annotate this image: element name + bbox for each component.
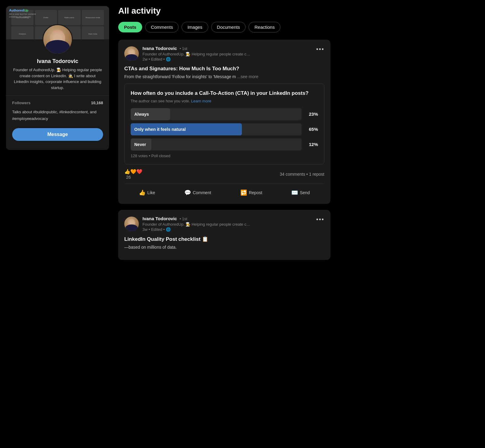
post2-excerpt: —based on millions of data.: [124, 245, 324, 250]
like-label: Like: [147, 190, 155, 195]
followers-count: 10,168: [91, 101, 103, 105]
followers-label: Followers: [12, 101, 31, 105]
post-excerpt: From the straightforward 'Follow for ins…: [124, 74, 324, 79]
post2-title: LinkedIn Quality Post checklist 📋: [124, 236, 324, 242]
post-card-2: Ivana Todorovic • 1st Founder of Authore…: [118, 210, 330, 260]
post2-author-details: Ivana Todorovic • 1st Founder of Authore…: [142, 216, 250, 232]
send-button[interactable]: ✉️ Send: [288, 187, 313, 198]
send-label: Send: [300, 190, 310, 195]
poll-option-natural-pct: 65%: [306, 127, 318, 132]
reaction-emojis-group: 👍🧡❤️ 26: [124, 169, 142, 180]
poll-option-never-pct: 12%: [306, 142, 318, 147]
comment-icon: 💬: [184, 189, 191, 196]
post-header: Ivana Todorovic • 1st Founder of Authore…: [124, 46, 324, 61]
author-name: Ivana Todorovic: [142, 46, 177, 51]
poll-question: How often do you include a Call-To-Actio…: [131, 90, 318, 97]
user-bio: Founder of AuthoredUp. 🧑‍🍳 Helping regul…: [6, 67, 109, 91]
poll-option-natural: Only when it feels natural 65%: [131, 123, 318, 135]
author-details: Ivana Todorovic • 1st Founder of Authore…: [142, 46, 250, 61]
poll-option-never: Never 12%: [131, 138, 318, 151]
post2-author-info: Ivana Todorovic • 1st Founder of Authore…: [124, 216, 250, 232]
repost-button[interactable]: 🔁 Repost: [237, 187, 265, 198]
tab-posts[interactable]: Posts: [118, 22, 142, 32]
post2-author-badge: • 1st: [179, 217, 187, 221]
banner-cell: Dark mode: [82, 26, 104, 39]
divider: [6, 95, 109, 96]
see-more-link[interactable]: ...see more: [236, 74, 258, 79]
comment-button[interactable]: 💬 Comment: [181, 187, 214, 198]
banner-cell: Bullet points: [58, 10, 81, 25]
main-content: All activity Posts Comments Images Docum…: [109, 0, 340, 448]
tab-reactions[interactable]: Reactions: [249, 22, 280, 32]
like-icon: 👍: [139, 189, 146, 196]
banner-cell: Analytics: [11, 26, 34, 39]
action-bar: 👍 Like 💬 Comment 🔁 Repost ✉️ Send: [124, 184, 324, 198]
banner-cell: Drafts: [35, 10, 57, 25]
reaction-emojis: 👍🧡❤️: [124, 169, 142, 174]
like-button[interactable]: 👍 Like: [136, 187, 158, 198]
author-name-row: Ivana Todorovic • 1st: [142, 46, 250, 51]
author-title: Founder of AuthoredUp. 🧑‍🍳 Helping regul…: [142, 52, 250, 56]
hashtags: Talks about #buildinpublic, #linkedincon…: [6, 105, 109, 122]
comment-label: Comment: [193, 190, 211, 195]
repost-label: Repost: [249, 190, 262, 195]
send-icon: ✉️: [291, 189, 298, 196]
followers-row: Followers 10,168: [6, 101, 109, 105]
tab-documents[interactable]: Documents: [211, 22, 246, 32]
post-card-1: Ivana Todorovic • 1st Founder of Authore…: [118, 40, 330, 204]
avatar-container: [42, 24, 73, 55]
post2-header: Ivana Todorovic • 1st Founder of Authore…: [124, 216, 324, 232]
post2-author-name-row: Ivana Todorovic • 1st: [142, 216, 250, 221]
tab-comments[interactable]: Comments: [145, 22, 179, 32]
poll-option-always: Always 23%: [131, 108, 318, 120]
post2-time: 3w • Edited • 🌐: [142, 227, 250, 232]
post-time: 2w • Edited • 🌐: [142, 57, 250, 61]
avatar: [42, 24, 73, 55]
more-options-button[interactable]: •••: [316, 46, 324, 53]
post2-author-name: Ivana Todorovic: [142, 216, 177, 221]
page-title: All activity: [118, 6, 330, 16]
reactions-row: 👍🧡❤️ 26 34 comments • 1 repost: [124, 169, 324, 180]
tabs-bar: Posts Comments Images Documents Reaction…: [118, 22, 330, 32]
message-button[interactable]: Message: [12, 128, 103, 141]
post2-author-title: Founder of AuthoredUp. 🧑‍🍳 Helping regul…: [142, 222, 250, 227]
post-author-info: Ivana Todorovic • 1st Founder of Authore…: [124, 46, 250, 61]
post-title: CTAs and Signatures: How Much Is Too Muc…: [124, 66, 324, 72]
poll-option-always-pct: 23%: [306, 111, 318, 117]
banner-logo: AuthoredUp All in one tool for contentcr…: [9, 8, 36, 18]
comments-reposts: 34 comments • 1 repost: [280, 172, 324, 177]
poll-container: How often do you include a Call-To-Actio…: [124, 83, 324, 164]
poll-note: The author can see how you vote. Learn m…: [131, 99, 318, 103]
tab-images[interactable]: Images: [182, 22, 208, 32]
reaction-count: 26: [126, 175, 131, 180]
sidebar: AuthoredUp All in one tool for contentcr…: [6, 6, 109, 150]
author-badge: • 1st: [179, 46, 187, 51]
poll-option-natural-label: Only when it feels natural: [131, 127, 189, 132]
post2-avatar: [124, 217, 139, 231]
user-name: Ivana Todorovic: [37, 58, 79, 65]
learn-more-link[interactable]: Learn more: [191, 99, 211, 103]
post2-more-options-button[interactable]: •••: [316, 216, 324, 223]
post-avatar: [124, 46, 139, 61]
poll-option-always-label: Always: [131, 112, 152, 117]
banner-cell: Responsive mode: [82, 10, 104, 25]
poll-option-never-label: Never: [131, 142, 150, 147]
poll-meta: 128 votes • Poll closed: [131, 154, 318, 158]
repost-icon: 🔁: [240, 189, 247, 196]
